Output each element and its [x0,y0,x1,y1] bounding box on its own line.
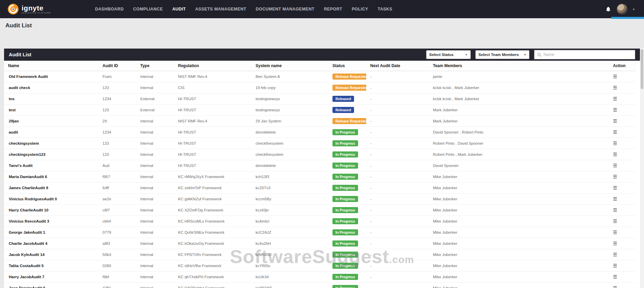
status-badge: In Progress [332,263,358,269]
cell-regulation: HI-TRUST [174,126,252,138]
row-actions-menu-icon[interactable]: ☰ [613,129,617,135]
row-actions-menu-icon[interactable]: ☰ [613,219,617,224]
row-actions-menu-icon[interactable]: ☰ [613,252,617,257]
brand-name: ignyte [22,4,51,11]
row-actions-menu-icon[interactable]: ☰ [613,141,617,146]
cell-name: Harry CharlieAudit 10 [4,204,98,215]
cell-next-audit-date: - [366,271,429,282]
cell-team-members: Mike Juberker [429,282,609,288]
row-actions-menu-icon[interactable]: ☰ [613,241,617,246]
status-badge: In Progress [332,274,358,280]
row-actions-menu-icon[interactable]: ☰ [613,163,617,168]
cell-next-audit-date: - [366,160,429,171]
row-actions-menu-icon[interactable]: ☰ [613,230,617,235]
cell-team-members: Mike Juberker [429,271,609,282]
status-badge: In Progress [332,174,358,180]
row-actions-menu-icon[interactable]: ☰ [613,152,617,157]
navbar-item-tasks[interactable]: TASKS [373,0,397,18]
cell-name: test [4,104,98,115]
status-badge: In Progress [332,163,358,169]
row-actions-menu-icon[interactable]: ☰ [613,96,617,102]
row-actions-menu-icon[interactable]: ☰ [613,196,617,202]
row-actions-menu-icon[interactable]: ☰ [613,185,617,191]
cell-regulation: KC QuNrSNEa Framework [174,227,252,238]
row-actions-menu-icon[interactable]: ☰ [613,174,617,179]
cell-next-audit-date: - [366,126,429,138]
cell-system-name: kcUSCID [252,249,328,260]
column-header-system-name: System name [252,61,328,71]
row-actions-menu-icon[interactable]: ☰ [613,207,617,213]
brand-logo[interactable]: ignyte ASSURANCE PLATFORM [7,3,58,15]
cell-team-members: Mark Juberker [429,104,609,115]
table-row: test 123 External HI-TRUST testingnewsys… [4,104,636,115]
cell-name: Harry JacobAudit 7 [4,271,98,282]
cell-type: Internal [136,215,174,227]
user-avatar[interactable] [617,4,627,15]
row-actions-menu-icon[interactable]: ☰ [613,107,617,113]
status-badge: In Progress [332,129,358,135]
row-actions-menu-icon[interactable]: ☰ [613,274,617,280]
vertical-scrollbar[interactable] [640,48,644,288]
cell-name: Talita CostaAudit 5 [4,260,98,271]
cell-name: tns [4,93,98,104]
row-actions-menu-icon[interactable]: ☰ [613,285,617,288]
cell-team-members: Mike Juberker [429,204,609,215]
cell-regulation: NIST RMF Rev.4 [174,71,252,82]
audit-table: NameAudit IDTypeRegulationSystem nameSta… [4,61,636,288]
navbar-item-dashboard[interactable]: DASHBOARD [90,0,128,18]
cell-type: Internal [136,249,174,260]
navbar-item-label: ASSETS MANAGEMENT [195,7,246,11]
navbar-item-assets-management[interactable]: ASSETS MANAGEMENT [191,0,251,18]
status-badge: In Progress [332,285,358,288]
table-row: Harry JacobAudit 7 f9bf Internal KC qhTX… [4,271,636,282]
row-actions-menu-icon[interactable]: ☰ [613,85,617,90]
row-actions-menu-icon[interactable]: ☰ [613,118,617,124]
cell-team-members: kclsk kcisk , Mark Juberker [429,93,609,104]
cell-regulation: HI-TRUST [174,160,252,171]
cell-next-audit-date: - [366,204,429,215]
select-status-label: Select Status [429,53,453,57]
notifications-bell-icon[interactable] [605,6,611,12]
cell-system-name: kcAmtcl [252,215,328,227]
status-badge: In Progress [332,207,358,213]
search-input[interactable] [544,52,632,57]
cell-name: audit check [4,82,98,93]
cell-audit-id: 123 [98,138,136,149]
cell-type: Internal [136,182,174,193]
table-row: George JakeAudit 1 0779 Internal KC QuNr… [4,227,636,238]
status-badge: In Progress [332,196,358,202]
cell-next-audit-date: - [366,171,429,182]
table-row: Harry CharlieAudit 10 c8f7 Internal KC X… [4,204,636,215]
navbar-item-label: COMPLIANCE [133,7,163,11]
row-actions-menu-icon[interactable]: ☰ [613,74,617,79]
cell-name: checkingsystem [4,138,98,149]
cell-audit-id: 4281 [98,282,136,288]
cell-system-name: checkthesystem [252,149,328,160]
cell-system-name: kc4u2hH [252,238,328,249]
select-status-dropdown[interactable]: Select Status ▼ [426,50,471,59]
navbar-item-document-management[interactable]: DOCUMENT MANAGEMENT [251,0,319,18]
row-actions-menu-icon[interactable]: ☰ [613,263,617,268]
cell-audit-id: Fram [98,71,136,82]
status-badge: In Progress [332,185,358,191]
navbar-item-compliance[interactable]: COMPLIANCE [128,0,168,18]
select-team-members-dropdown[interactable]: Select Team Members ▼ [475,50,529,59]
table-row: James CharlieAudit 9 64ff Internal KC ze… [4,182,636,193]
cell-name: Vinicius RodriguesAudit 0 [4,193,98,204]
navbar-item-label: REPORT [324,7,343,11]
column-header-action: Action [609,61,636,71]
cell-team-members: kclsk kcisk , Mark Juberker [429,82,609,93]
column-header-team-members: Team Members [429,61,609,71]
cell-system-name: donotdelete [252,126,328,138]
user-menu-chevron-down-icon[interactable]: ▾ [633,7,635,11]
navbar-item-policy[interactable]: POLICY [347,0,373,18]
scrollbar-thumb[interactable] [641,49,643,89]
navbar-item-audit[interactable]: AUDIT [168,0,191,18]
table-row: checkingsystem 123 Internal HI-TRUST che… [4,138,636,149]
cell-name: George JakeAudit 1 [4,227,98,238]
navbar-item-report[interactable]: REPORT [319,0,347,18]
status-badge: In Progress [332,151,358,157]
cell-audit-id: c8f7 [98,204,136,215]
navbar-item-label: AUDIT [172,7,186,11]
cell-type: Internal [136,282,174,288]
